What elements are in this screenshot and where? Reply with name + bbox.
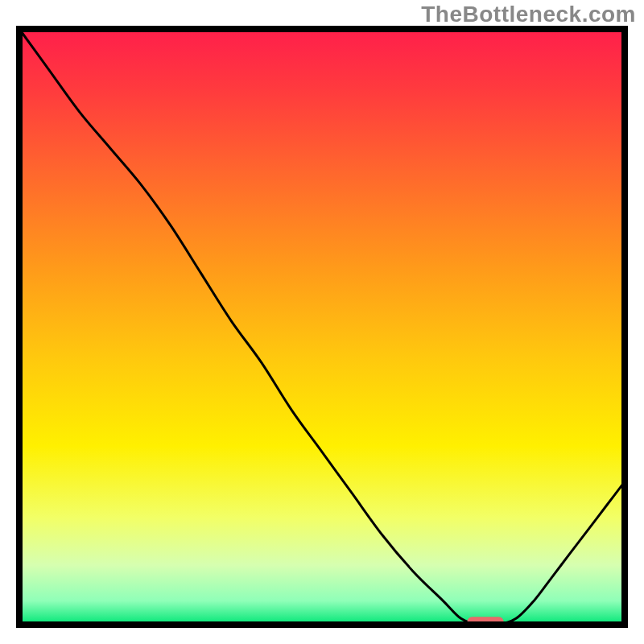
chart-svg	[0, 0, 644, 644]
plot-background	[19, 29, 625, 625]
watermark-text: TheBottleneck.com	[421, 2, 636, 27]
chart-container: TheBottleneck.com	[0, 0, 644, 644]
